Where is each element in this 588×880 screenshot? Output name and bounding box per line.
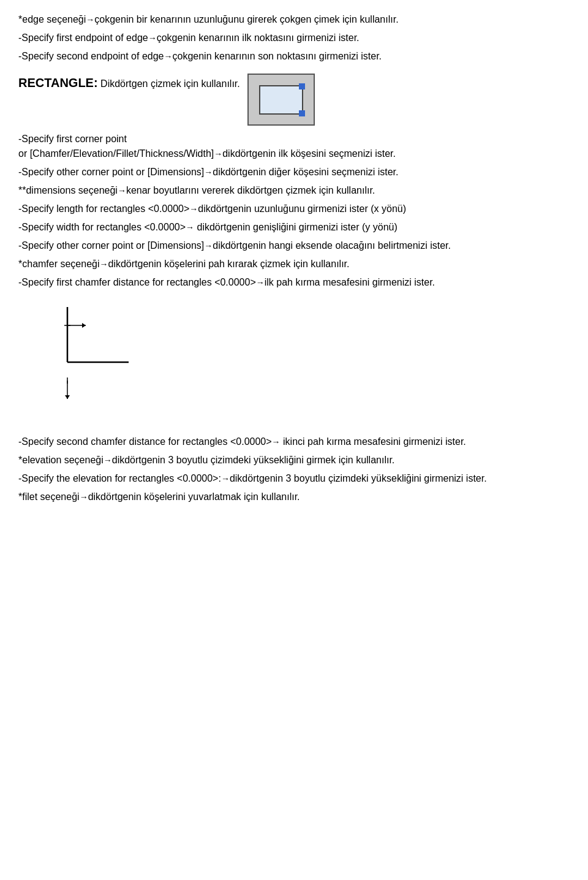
svg-marker-5 [65,395,70,399]
edge-note-line: *edge seçeneği→çokgenin bir kenarının uz… [18,12,570,27]
rectangle-section: RECTANGLE: Dikdörtgen çizmek için kullan… [18,74,570,290]
rect-first-corner-line: -Specify first corner point or [Chamfer/… [18,132,570,161]
svg-marker-3 [82,323,86,328]
filet-note-line: *filet seçeneği→dikdörtgenin köşelerini … [18,490,570,504]
elevation-note-line: *elevation seçeneği→dikdörtgenin 3 boyut… [18,453,570,468]
rect-length-line: -Specify length for rectangles <0.0000>→… [18,202,570,216]
chamfer-second-dist-line: -Specify second chamfer distance for rec… [18,434,570,449]
edge-second-endpoint-line: -Specify second endpoint of edge→çokgeni… [18,49,570,64]
chamfer-diagram [31,301,570,423]
rect-other-corner2-line: -Specify other corner point or [Dimensio… [18,238,570,253]
chamfer-first-dist-line: -Specify first chamfer distance for rect… [18,275,570,290]
rect-other-corner-line: -Specify other corner point or [Dimensio… [18,165,570,180]
elevation-specify-line: -Specify the elevation for rectangles <0… [18,471,570,486]
rectangle-diagram [247,74,315,126]
rect-width-line: -Specify width for rectangles <0.0000>→ … [18,220,570,235]
chamfer-note-line: *chamfer seçeneği→dikdörtgenin köşelerin… [18,257,570,271]
rectangle-heading: RECTANGLE: Dikdörtgen çizmek için kullan… [18,74,240,92]
edge-first-endpoint-line: -Specify first endpoint of edge→çokgenin… [18,31,570,45]
page-content: *edge seçeneği→çokgenin bir kenarının uz… [18,12,570,504]
dimensions-note-line: **dimensions seçeneği→kenar boyutlarını … [18,183,570,198]
